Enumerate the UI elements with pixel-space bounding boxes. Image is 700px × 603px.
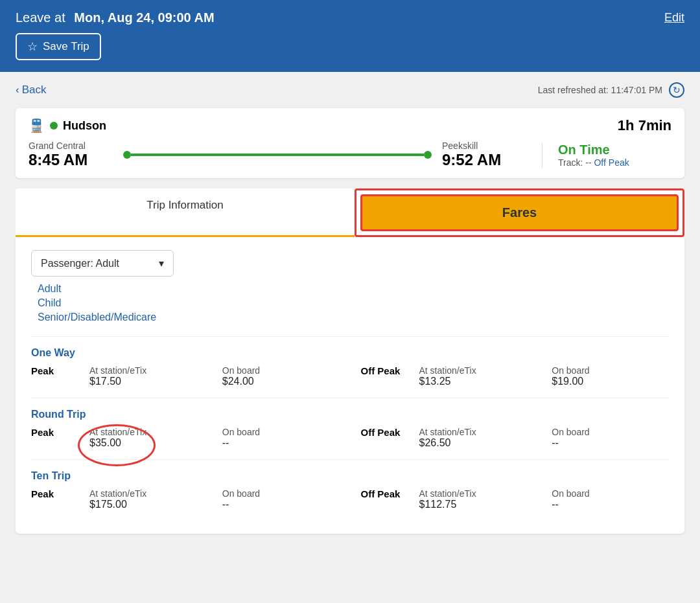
route-line	[113, 151, 442, 159]
offpeak-label: Off Peak	[361, 488, 419, 510]
content-panel: Passenger: Adult ▾ Adult Child Senior/Di…	[16, 237, 684, 534]
leave-at-label: Leave at	[16, 10, 65, 25]
peak-onboard-label: On board	[222, 488, 340, 499]
passenger-label: Passenger:	[41, 258, 93, 269]
train-route: Grand Central 8:45 AM Peekskill 9:52 AM …	[29, 141, 671, 169]
peak-onboard-option: On board $24.00	[222, 365, 340, 387]
peak-label: Peak	[31, 488, 89, 510]
offpeak-station-price: $13.25	[419, 376, 537, 387]
route-line-start-dot	[123, 151, 131, 159]
passenger-dropdown-label: Passenger: Adult	[41, 258, 119, 269]
fare-row: Peak At station/eTix $175.00 On board --…	[31, 488, 669, 510]
peak-station-price: $175.00	[89, 499, 207, 510]
tab-fares[interactable]: Fares	[355, 188, 684, 237]
offpeak-col: Off Peak At station/eTix $13.25 On board…	[361, 365, 670, 387]
peak-station-label: At station/eTix	[89, 365, 207, 376]
peak-col: Peak At station/eTix $17.50 On board $24…	[31, 365, 340, 387]
train-status-block: On Time Track: -- Off Peak	[542, 142, 671, 168]
status-dot	[50, 122, 58, 130]
refresh-button[interactable]: ↻	[669, 82, 684, 98]
peak-col: Peak At station/eTix $175.00 On board --	[31, 488, 340, 510]
dropdown-arrow-icon: ▾	[159, 257, 164, 269]
peak-station-label: At station/eTix	[89, 427, 207, 437]
save-trip-label: Save Trip	[43, 40, 89, 53]
offpeak-station-option: At station/eTix $26.50	[419, 427, 537, 449]
fare-section-title: One Way	[31, 347, 669, 359]
tab-trip-information[interactable]: Trip Information	[16, 188, 355, 237]
offpeak-onboard-option: On board --	[552, 427, 669, 449]
from-station-time: 8:45 AM	[29, 151, 113, 169]
offpeak-onboard-option: On board --	[552, 488, 669, 510]
peak-col: Peak At station/eTix $35.00 On board --	[31, 427, 340, 449]
from-station-block: Grand Central 8:45 AM	[29, 141, 113, 169]
offpeak-onboard-label: On board	[552, 365, 669, 376]
peak-onboard-label: On board	[222, 365, 340, 376]
fare-section-ten-trip: Ten Trip Peak At station/eTix $175.00 On…	[31, 459, 669, 521]
train-name-block: 🚆 Hudson	[29, 118, 106, 133]
offpeak-station-price: $112.75	[419, 499, 537, 510]
back-chevron-icon: ‹	[16, 84, 19, 97]
save-trip-button[interactable]: ☆ Save Trip	[16, 33, 101, 60]
trip-duration: 1h 7min	[618, 117, 671, 134]
peak-label: Peak	[31, 365, 89, 387]
back-label: Back	[22, 84, 47, 97]
offpeak-label: Off Peak	[361, 365, 419, 387]
offpeak-col: Off Peak At station/eTix $26.50 On board…	[361, 427, 670, 449]
offpeak-onboard-label: On board	[552, 488, 669, 499]
main-content: ‹ Back Last refreshed at: 11:47:01 PM ↻ …	[0, 72, 700, 544]
passenger-dropdown[interactable]: Passenger: Adult ▾	[31, 250, 174, 277]
passenger-option-child[interactable]: Child	[38, 297, 669, 309]
offpeak-station-option: At station/eTix $112.75	[419, 488, 537, 510]
peak-onboard-label: On board	[222, 427, 340, 437]
peak-station-option: At station/eTix $17.50	[89, 365, 207, 387]
off-peak-badge: Off Peak	[594, 157, 629, 168]
peak-station-price: $35.00	[89, 437, 121, 449]
offpeak-station-label: At station/eTix	[419, 488, 537, 499]
offpeak-onboard-price: --	[552, 437, 669, 449]
leave-at-info: Leave at Mon, Aug 24, 09:00 AM	[16, 10, 215, 25]
fare-section-title: Round Trip	[31, 409, 669, 420]
peak-onboard-option: On board --	[222, 427, 340, 449]
peak-onboard-price: --	[222, 499, 340, 510]
fare-row: Peak At station/eTix $17.50 On board $24…	[31, 365, 669, 387]
passenger-options-list: Adult Child Senior/Disabled/Medicare	[31, 283, 669, 323]
fares-button-label: Fares	[502, 205, 537, 220]
leave-at-value: Mon, Aug 24, 09:00 AM	[74, 10, 214, 25]
offpeak-station-option: At station/eTix $13.25	[419, 365, 537, 387]
peak-onboard-price: $24.00	[222, 376, 340, 387]
nav-bar: ‹ Back Last refreshed at: 11:47:01 PM ↻	[16, 82, 684, 98]
fare-row: Peak At station/eTix $35.00 On board -- …	[31, 427, 669, 449]
fares-button[interactable]: Fares	[360, 194, 679, 231]
to-station-name: Peekskill	[442, 141, 526, 151]
fares-list: One Way Peak At station/eTix $17.50 On b…	[31, 336, 669, 521]
fare-section-round-trip: Round Trip Peak At station/eTix $35.00 O…	[31, 398, 669, 459]
back-link[interactable]: ‹ Back	[16, 84, 46, 97]
passenger-selected: Adult	[96, 258, 119, 269]
passenger-option-senior[interactable]: Senior/Disabled/Medicare	[38, 312, 669, 323]
offpeak-onboard-price: --	[552, 499, 669, 510]
offpeak-station-label: At station/eTix	[419, 365, 537, 376]
peak-onboard-option: On board --	[222, 488, 340, 510]
to-station-time: 9:52 AM	[442, 151, 526, 169]
train-card: 🚆 Hudson 1h 7min Grand Central 8:45 AM P…	[16, 108, 684, 178]
offpeak-label: Off Peak	[361, 427, 419, 449]
refresh-area: Last refreshed at: 11:47:01 PM ↻	[538, 82, 684, 98]
fare-section-title: Ten Trip	[31, 470, 669, 482]
from-station-name: Grand Central	[29, 141, 113, 151]
on-time-status: On Time	[558, 142, 671, 157]
peak-station-label: At station/eTix	[89, 488, 207, 499]
star-icon: ☆	[27, 40, 38, 54]
header: Leave at Mon, Aug 24, 09:00 AM Edit ☆ Sa…	[0, 0, 700, 72]
track-info: Track: -- Off Peak	[558, 157, 671, 168]
offpeak-onboard-label: On board	[552, 427, 669, 437]
offpeak-station-label: At station/eTix	[419, 427, 537, 437]
peak-station-option: At station/eTix $175.00	[89, 488, 207, 510]
passenger-option-adult[interactable]: Adult	[38, 283, 669, 295]
to-station-block: Peekskill 9:52 AM	[442, 141, 526, 169]
last-refreshed-label: Last refreshed at: 11:47:01 PM	[538, 85, 662, 95]
offpeak-col: Off Peak At station/eTix $112.75 On boar…	[361, 488, 670, 510]
edit-link[interactable]: Edit	[664, 11, 684, 25]
trip-info-tab-label: Trip Information	[146, 199, 223, 211]
offpeak-onboard-price: $19.00	[552, 376, 669, 387]
peak-label: Peak	[31, 427, 89, 449]
